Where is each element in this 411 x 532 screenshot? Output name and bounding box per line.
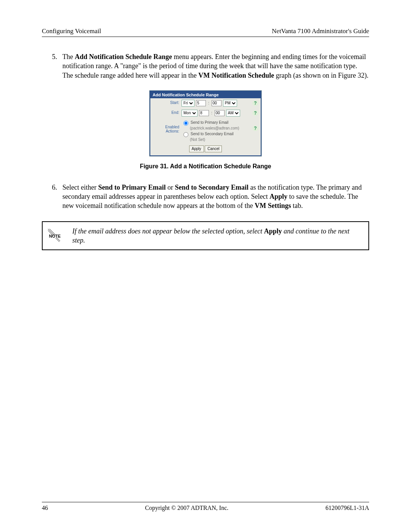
- end-day-select[interactable]: Mon: [182, 110, 198, 117]
- end-row: End: Mon : AM ?: [150, 108, 261, 118]
- svg-text:NOTE: NOTE: [49, 234, 61, 238]
- header-left: Configuring Voicemail: [42, 27, 101, 35]
- start-fields: Fri : PM: [182, 100, 252, 107]
- actions-options: Send to Primary Email (pactrick.wales@ad…: [182, 120, 252, 142]
- step-body: The Add Notification Schedule Range menu…: [62, 52, 369, 80]
- help-icon[interactable]: ?: [252, 110, 258, 116]
- start-day-select[interactable]: Fri: [182, 100, 194, 107]
- end-min-input[interactable]: [215, 110, 225, 116]
- start-label: Start:: [153, 100, 182, 105]
- start-hour-input[interactable]: [196, 100, 206, 106]
- help-icon[interactable]: ?: [252, 126, 258, 131]
- content: 5. The Add Notification Schedule Range m…: [42, 37, 369, 250]
- step-number: 5.: [42, 52, 62, 80]
- figure-caption: Figure 31. Add a Notification Schedule R…: [42, 163, 369, 170]
- figure-wrapper: Add Notification Schedule Range Start: F…: [42, 91, 369, 156]
- help-icon[interactable]: ?: [252, 101, 258, 106]
- step-list: 5. The Add Notification Schedule Range m…: [42, 52, 369, 80]
- secondary-email-radio[interactable]: [183, 132, 188, 137]
- primary-email-option[interactable]: Send to Primary Email (pactrick.wales@ad…: [182, 120, 252, 131]
- footer-copyright: Copyright © 2007 ADTRAN, Inc.: [145, 505, 228, 511]
- note-box: NOTE If the email address does not appea…: [42, 221, 369, 251]
- actions-row: Enabled Actions: Send to Primary Email (…: [150, 118, 261, 144]
- step-body: Select either Send to Primary Email or S…: [62, 183, 369, 211]
- dialog-title: Add Notification Schedule Range: [150, 91, 261, 98]
- page-footer: 46 Copyright © 2007 ADTRAN, Inc. 6120079…: [42, 502, 369, 511]
- start-row: Start: Fri : PM ?: [150, 98, 261, 108]
- footer-page-number: 46: [42, 505, 48, 511]
- end-fields: Mon : AM: [182, 110, 252, 117]
- step-list-2: 6. Select either Send to Primary Email o…: [42, 183, 369, 211]
- apply-button[interactable]: Apply: [189, 145, 204, 152]
- step-6: 6. Select either Send to Primary Email o…: [42, 183, 369, 211]
- add-schedule-dialog: Add Notification Schedule Range Start: F…: [150, 91, 261, 156]
- note-icon: NOTE: [47, 228, 62, 243]
- colon: :: [207, 101, 210, 105]
- note-text: If the email address does not appear bel…: [72, 227, 362, 245]
- colon: :: [210, 111, 213, 115]
- actions-label: Enabled Actions:: [153, 120, 182, 133]
- end-hour-input[interactable]: [199, 110, 209, 116]
- dialog-buttons: Apply Cancel: [150, 144, 261, 155]
- header-right: NetVanta 7100 Administrator's Guide: [272, 27, 369, 35]
- start-ampm-select[interactable]: PM: [223, 100, 237, 107]
- step-5: 5. The Add Notification Schedule Range m…: [42, 52, 369, 80]
- page: Configuring Voicemail NetVanta 7100 Admi…: [0, 0, 411, 532]
- footer-doc-number: 61200796L1-31A: [325, 505, 369, 511]
- end-ampm-select[interactable]: AM: [226, 110, 240, 117]
- step-number: 6.: [42, 183, 62, 211]
- end-label: End:: [153, 110, 182, 115]
- page-header: Configuring Voicemail NetVanta 7100 Admi…: [42, 27, 369, 37]
- start-min-input[interactable]: [212, 100, 221, 106]
- secondary-email-option[interactable]: Send to Secondary Email (Not Set): [182, 131, 252, 142]
- primary-email-radio[interactable]: [183, 121, 188, 126]
- cancel-button[interactable]: Cancel: [205, 145, 222, 152]
